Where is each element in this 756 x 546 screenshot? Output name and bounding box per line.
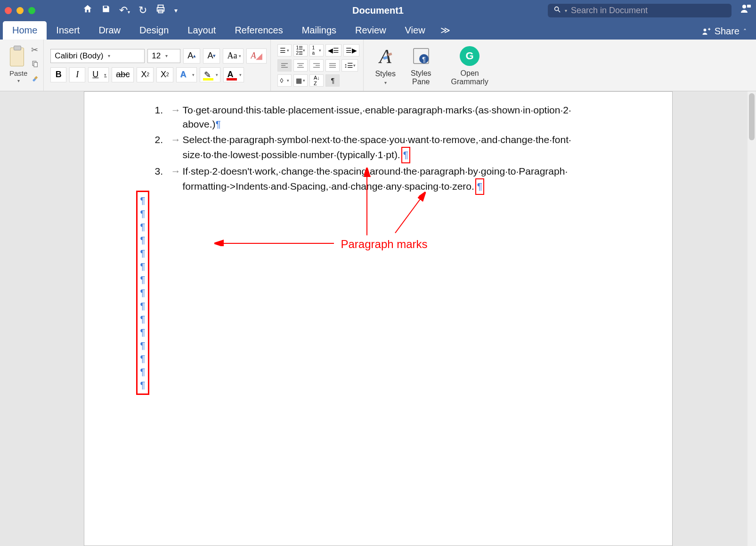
justify-button[interactable] [325,59,340,72]
tab-review[interactable]: Review [346,21,396,40]
quick-access-toolbar: ↶▾ ↻ ▾ [82,4,178,17]
tab-references[interactable]: References [225,21,292,40]
increase-indent-button[interactable]: ☰▶ [343,44,359,56]
share-label: Share [715,26,740,37]
window-controls [5,7,35,14]
maximize-window[interactable] [28,7,35,14]
font-group: Calibri (Body)▾ 12▾ A▴ A▾ Aa▾ A◢ B I U▾ … [47,40,271,91]
subscript-button[interactable]: X2 [137,67,154,82]
svg-text:¶: ¶ [422,56,426,63]
annotation-arrows [84,92,673,421]
decrease-indent-button[interactable]: ◀☰ [325,44,341,56]
tab-insert[interactable]: Insert [47,21,89,40]
grammarly-group: G Open Grammarly [443,40,497,91]
sort-button[interactable]: A↓Z [309,74,324,87]
bold-button[interactable]: B [50,67,66,82]
multilevel-list-button[interactable]: 1a▾ [309,44,324,56]
tab-home[interactable]: Home [3,21,47,40]
share-button[interactable]: Share ˄ [695,23,753,40]
customize-qat-icon[interactable]: ▾ [174,7,178,14]
highlight-button[interactable]: ✎▾ [200,67,220,82]
borders-button[interactable]: ▦▾ [293,74,308,87]
svg-line-30 [395,193,424,233]
tab-mailings[interactable]: Mailings [293,21,346,40]
svg-rect-11 [34,62,37,66]
ribbon-tabs: Home Insert Draw Design Layout Reference… [0,21,756,40]
tab-layout[interactable]: Layout [178,21,225,40]
format-painter-icon[interactable] [31,75,40,86]
tab-view[interactable]: View [396,21,435,40]
strikethrough-button[interactable]: abc [112,67,134,82]
increase-font-button[interactable]: A▴ [183,48,200,64]
tab-design[interactable]: Design [130,21,178,40]
align-right-button[interactable] [309,59,324,72]
search-icon [553,6,561,15]
shading-button[interactable]: ◊▾ [277,74,292,87]
clear-formatting-button[interactable]: A◢ [246,48,267,64]
svg-rect-25 [387,53,392,56]
svg-point-7 [703,28,706,31]
font-color-button[interactable]: A▾ [223,67,244,82]
save-icon[interactable] [101,4,111,16]
page[interactable]: 1. → To·get·around·this·table·placement·… [84,91,673,546]
numbering-button[interactable]: 1☰2☰▾ [293,44,308,56]
copy-icon[interactable] [31,60,40,71]
print-icon[interactable] [155,4,166,17]
document-title: Document1 [352,5,404,16]
scrollbar-thumb[interactable] [749,93,755,140]
decrease-font-button[interactable]: A▾ [203,48,220,64]
paragraph-group: ☰▾ 1☰2☰▾ 1a▾ ◀☰ ☰▶ ↕☰▾ [274,40,364,91]
grammarly-button[interactable]: G Open Grammarly [447,43,493,88]
home-icon[interactable] [82,4,93,17]
search-input[interactable] [571,6,726,16]
styles-pane-button[interactable]: ¶ Styles Pane [406,43,436,88]
ribbon: Paste ▾ ✂ Calibri (Body)▾ 12▾ [0,40,756,91]
clipboard-group: Paste ▾ ✂ [6,40,44,91]
styles-button[interactable]: A Styles ▾ [370,43,400,87]
font-name-dropdown[interactable]: Calibri (Body)▾ [50,49,145,63]
bullets-button[interactable]: ☰▾ [277,44,292,56]
undo-icon[interactable]: ↶▾ [119,4,130,16]
scrollbar[interactable] [748,91,756,546]
underline-button[interactable]: U▾ [88,67,109,82]
title-bar: ↶▾ ↻ ▾ Document1 ▾ [0,0,756,21]
svg-point-5 [742,5,746,8]
font-size-dropdown[interactable]: 12▾ [147,49,180,63]
paste-label: Paste [9,69,27,77]
chevron-up-icon: ˄ [743,28,747,35]
tab-draw[interactable]: Draw [89,21,130,40]
italic-button[interactable]: I [69,67,85,82]
styles-group: A Styles ▾ ¶ Styles Pane [366,40,439,91]
change-case-button[interactable]: Aa▾ [223,48,244,64]
minimize-window[interactable] [16,7,24,14]
tab-more[interactable]: ≫ [435,21,456,40]
close-window[interactable] [5,7,12,14]
svg-rect-6 [747,5,751,8]
line-spacing-button[interactable]: ↕☰▾ [341,59,358,72]
document-view: 1. → To·get·around·this·table·placement·… [0,91,756,546]
align-center-button[interactable] [293,59,308,72]
redo-icon[interactable]: ↻ [138,4,147,16]
svg-line-4 [558,10,560,12]
user-icon[interactable] [740,3,751,17]
search-box[interactable]: ▾ [548,4,732,17]
show-hide-marks-button[interactable]: ¶ [325,74,340,87]
svg-point-3 [555,7,559,11]
cut-icon[interactable]: ✂ [31,45,40,55]
text-effects-button[interactable]: A▾ [176,67,197,82]
align-left-button[interactable] [277,59,292,72]
superscript-button[interactable]: X2 [156,67,173,82]
paste-button[interactable]: Paste ▾ [9,48,27,83]
